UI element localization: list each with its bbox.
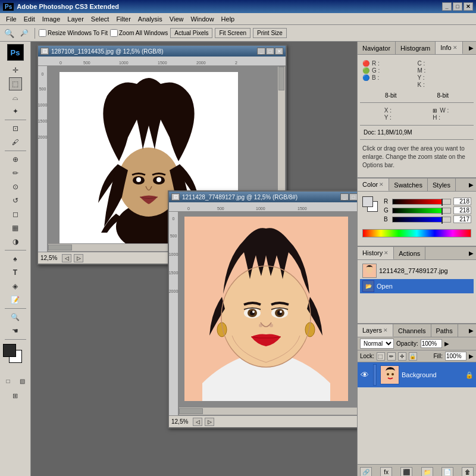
tab-history[interactable]: History ✕ bbox=[358, 247, 394, 259]
history-panel-menu[interactable]: ▶ bbox=[466, 250, 476, 256]
magic-wand-tool[interactable]: ✦ bbox=[9, 105, 22, 118]
tab-channels[interactable]: Channels bbox=[393, 324, 431, 337]
doc1-close[interactable]: ✕ bbox=[275, 48, 283, 55]
hand-tool[interactable]: ☚ bbox=[9, 324, 22, 337]
doc2-nav-back[interactable]: ◁ bbox=[193, 418, 202, 426]
nav-panel-menu[interactable]: ▶ bbox=[466, 45, 476, 51]
close-button[interactable]: ✕ bbox=[464, 2, 473, 11]
history-brush-tool[interactable]: ↺ bbox=[9, 194, 22, 207]
tab-paths[interactable]: Paths bbox=[431, 324, 458, 337]
screen-mode-button[interactable]: ⊞ bbox=[9, 389, 22, 402]
marquee-tool[interactable]: ⬚ bbox=[9, 77, 22, 90]
doc2-restore[interactable]: □ bbox=[349, 193, 357, 201]
print-size-button[interactable]: Print Size bbox=[253, 28, 287, 38]
add-mask-button[interactable]: ⬛ bbox=[400, 467, 412, 477]
layers-panel-menu[interactable]: ▶ bbox=[466, 327, 476, 334]
tab-info-close[interactable]: ✕ bbox=[453, 45, 458, 51]
zoom-out-button[interactable]: 🔎 bbox=[18, 27, 31, 40]
add-link-button[interactable]: 🔗 bbox=[360, 467, 372, 477]
menu-edit[interactable]: Edit bbox=[20, 14, 39, 24]
doc2-scrollbar-h[interactable] bbox=[178, 407, 357, 415]
lock-all-btn[interactable]: 🔒 bbox=[409, 352, 417, 361]
tab-actions[interactable]: Actions bbox=[394, 247, 425, 259]
layers-list: 👁 Background 🔒 bbox=[358, 362, 476, 464]
color-b-input[interactable] bbox=[453, 215, 471, 223]
doc2-minimize[interactable]: _ bbox=[340, 193, 349, 201]
tab-layers-close[interactable]: ✕ bbox=[383, 327, 388, 333]
menu-view[interactable]: View bbox=[166, 14, 187, 24]
text-tool[interactable]: T bbox=[9, 266, 22, 279]
shape-tool[interactable]: ◈ bbox=[9, 280, 22, 293]
tab-navigator[interactable]: Navigator bbox=[358, 42, 396, 54]
history-file-item[interactable]: 1211428_77489127.jpg bbox=[360, 262, 474, 279]
canvas-area: 🖼 1287108_11914435.jpg @ 12,5% (RGB/8) _… bbox=[31, 42, 357, 476]
zoom-in-button[interactable]: 🔍 bbox=[2, 27, 15, 40]
eraser-tool[interactable]: ◻ bbox=[9, 208, 22, 221]
nav-info-panel: Navigator Histogram Info ✕ ▶ 🔴 R : � bbox=[358, 42, 476, 178]
zoom-all-checkbox[interactable]: Zoom All Windows bbox=[110, 29, 168, 37]
blend-mode-select[interactable]: Normal bbox=[360, 339, 394, 349]
history-open-action[interactable]: 📂 Open bbox=[360, 279, 474, 293]
new-group-button[interactable]: 📁 bbox=[421, 467, 433, 477]
menu-window[interactable]: Window bbox=[187, 14, 217, 24]
tab-color-close[interactable]: ✕ bbox=[379, 181, 384, 187]
color-spectrum[interactable] bbox=[362, 229, 471, 237]
lasso-tool[interactable]: ⌓ bbox=[9, 91, 22, 104]
menu-file[interactable]: File bbox=[2, 14, 20, 24]
lock-transparent-btn[interactable]: ⬚ bbox=[377, 352, 385, 361]
spot-heal-tool[interactable]: ⊕ bbox=[9, 153, 22, 166]
tab-histogram[interactable]: Histogram bbox=[396, 42, 436, 54]
tab-styles[interactable]: Styles bbox=[428, 178, 456, 191]
doc1-nav-back[interactable]: ◁ bbox=[62, 254, 71, 262]
menu-analysis[interactable]: Analysis bbox=[134, 14, 166, 24]
fg-color-swatch[interactable] bbox=[3, 344, 16, 357]
color-r-slider[interactable] bbox=[392, 199, 451, 205]
tab-history-close[interactable]: ✕ bbox=[384, 250, 389, 256]
color-r-input[interactable] bbox=[453, 198, 471, 205]
fill-input[interactable] bbox=[445, 352, 466, 361]
standard-mode-button[interactable]: □ bbox=[2, 374, 15, 387]
color-b-slider[interactable] bbox=[392, 217, 451, 223]
new-layer-button[interactable]: 📄 bbox=[441, 467, 453, 477]
dodge-tool[interactable]: ◑ bbox=[9, 235, 22, 248]
move-tool[interactable]: ✛ bbox=[9, 64, 22, 77]
doc1-nav-fwd[interactable]: ▷ bbox=[74, 254, 83, 262]
resize-windows-checkbox[interactable]: Resize Windows To Fit bbox=[39, 29, 108, 37]
zoom-tool[interactable]: 🔍 bbox=[9, 311, 22, 324]
eyedropper-tool[interactable]: 🖋 bbox=[9, 136, 22, 149]
fit-screen-button[interactable]: Fit Screen bbox=[215, 28, 250, 38]
doc2-body[interactable] bbox=[178, 212, 357, 415]
gradient-tool[interactable]: ▦ bbox=[9, 221, 22, 234]
doc2-nav-fwd[interactable]: ▷ bbox=[205, 418, 214, 426]
delete-layer-button[interactable]: 🗑 bbox=[462, 467, 474, 477]
color-g-input[interactable] bbox=[453, 206, 471, 214]
restore-button[interactable]: □ bbox=[453, 2, 462, 11]
tab-color[interactable]: Color ✕ bbox=[358, 178, 389, 191]
layer-background[interactable]: 👁 Background 🔒 bbox=[358, 362, 476, 387]
layer-eye-icon[interactable]: 👁 bbox=[360, 370, 369, 380]
lock-position-btn[interactable]: ✛ bbox=[398, 352, 406, 361]
menu-select[interactable]: Select bbox=[87, 14, 113, 24]
quickmask-mode-button[interactable]: ▧ bbox=[16, 374, 29, 387]
doc1-minimize[interactable]: _ bbox=[257, 48, 265, 55]
pen-tool[interactable]: ♠ bbox=[9, 252, 22, 265]
notes-tool[interactable]: 📝 bbox=[9, 293, 22, 306]
tab-info[interactable]: Info ✕ bbox=[436, 42, 462, 54]
menu-layer[interactable]: Layer bbox=[64, 14, 87, 24]
doc1-restore[interactable]: □ bbox=[266, 48, 274, 55]
minimize-button[interactable]: _ bbox=[442, 2, 452, 11]
tab-layers[interactable]: Layers ✕ bbox=[358, 324, 393, 337]
actual-pixels-button[interactable]: Actual Pixels bbox=[170, 28, 212, 38]
crop-tool[interactable]: ⊡ bbox=[9, 122, 22, 135]
color-panel-menu[interactable]: ▶ bbox=[466, 181, 476, 188]
menu-image[interactable]: Image bbox=[39, 14, 64, 24]
lock-image-btn[interactable]: ✏ bbox=[387, 352, 396, 361]
brush-tool[interactable]: ✏ bbox=[9, 167, 22, 180]
color-g-slider[interactable] bbox=[392, 208, 451, 214]
clone-tool[interactable]: ⊙ bbox=[9, 180, 22, 193]
add-effect-button[interactable]: fx bbox=[380, 467, 392, 477]
opacity-input[interactable] bbox=[421, 339, 442, 348]
tab-swatches[interactable]: Swatches bbox=[389, 178, 428, 191]
menu-filter[interactable]: Filter bbox=[112, 14, 134, 24]
menu-help[interactable]: Help bbox=[218, 14, 239, 24]
